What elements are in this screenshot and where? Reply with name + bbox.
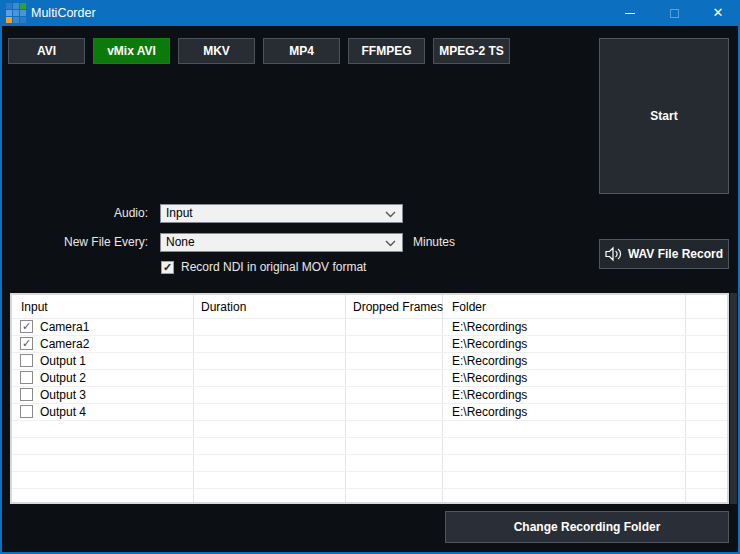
logo-square xyxy=(13,10,19,16)
row-input-name: Output 4 xyxy=(40,404,86,420)
recordings-table: Input Duration Dropped Frames Folder ✓Ca… xyxy=(10,293,729,504)
logo-square xyxy=(6,17,12,23)
minimize-button[interactable] xyxy=(608,0,652,26)
wav-file-record-button[interactable]: WAV File Record xyxy=(599,239,729,269)
row-checkbox[interactable] xyxy=(20,371,33,384)
logo-square xyxy=(13,3,19,9)
window-title: MultiCorder xyxy=(31,0,96,26)
table-row: ✓Camera2E:\Recordings xyxy=(12,336,727,353)
row-checkbox[interactable]: ✓ xyxy=(20,320,33,333)
table-row xyxy=(12,421,727,438)
table-row xyxy=(12,489,727,502)
chevron-down-icon xyxy=(385,211,396,218)
row-folder-path: E:\Recordings xyxy=(452,319,527,335)
logo-square xyxy=(20,17,26,23)
table-row: Output 4E:\Recordings xyxy=(12,404,727,421)
tab-mkv[interactable]: MKV xyxy=(178,38,255,64)
speaker-icon xyxy=(605,246,622,262)
tab-avi[interactable]: AVI xyxy=(8,38,85,64)
row-checkbox[interactable] xyxy=(20,354,33,367)
row-folder-path: E:\Recordings xyxy=(452,353,527,369)
wav-file-record-label: WAV File Record xyxy=(628,247,723,261)
multicorder-window: MultiCorder ✕ AVIvMix AVIMKVMP4FFMPEGMPE… xyxy=(0,0,740,554)
logo-square xyxy=(6,3,12,9)
column-header-folder: Folder xyxy=(452,295,486,319)
start-button[interactable]: Start xyxy=(599,38,729,194)
row-input-name: Output 2 xyxy=(40,370,86,386)
audio-select-value: Input xyxy=(166,206,193,220)
table-row: Output 1E:\Recordings xyxy=(12,353,727,370)
row-folder-path: E:\Recordings xyxy=(452,370,527,386)
logo-square xyxy=(13,17,19,23)
window-content: AVIvMix AVIMKVMP4FFMPEGMPEG-2 TS Start A… xyxy=(2,26,738,552)
minutes-label: Minutes xyxy=(413,233,455,252)
maximize-icon xyxy=(670,9,679,18)
column-header-duration: Duration xyxy=(201,295,246,319)
new-file-every-select[interactable]: None xyxy=(160,233,403,252)
table-row: ✓Camera1E:\Recordings xyxy=(12,319,727,336)
column-header-dropped-frames: Dropped Frames xyxy=(353,295,443,319)
row-checkbox[interactable]: ✓ xyxy=(20,337,33,350)
row-input-name: Output 3 xyxy=(40,387,86,403)
minimize-icon xyxy=(625,13,635,14)
chevron-down-icon xyxy=(385,240,396,247)
table-header: Input Duration Dropped Frames Folder xyxy=(12,295,727,319)
table-row: Output 2E:\Recordings xyxy=(12,370,727,387)
row-checkbox[interactable] xyxy=(20,405,33,418)
table-row xyxy=(12,455,727,472)
tab-ffmpeg[interactable]: FFMPEG xyxy=(348,38,425,64)
tab-mp4[interactable]: MP4 xyxy=(263,38,340,64)
new-file-every-label: New File Every: xyxy=(2,233,148,252)
ndi-mov-checkbox[interactable]: ✓ xyxy=(161,261,174,274)
table-scrollbar[interactable] xyxy=(730,293,737,504)
logo-square xyxy=(20,3,26,9)
table-row xyxy=(12,472,727,489)
tab-mpeg-2-ts[interactable]: MPEG-2 TS xyxy=(433,38,510,64)
audio-select[interactable]: Input xyxy=(160,204,403,223)
row-input-name: Output 1 xyxy=(40,353,86,369)
close-button[interactable]: ✕ xyxy=(696,0,740,26)
row-folder-path: E:\Recordings xyxy=(452,387,527,403)
audio-label: Audio: xyxy=(2,204,148,223)
row-folder-path: E:\Recordings xyxy=(452,336,527,352)
change-recording-folder-button[interactable]: Change Recording Folder xyxy=(445,511,729,543)
row-folder-path: E:\Recordings xyxy=(452,404,527,420)
tab-vmix-avi[interactable]: vMix AVI xyxy=(93,38,170,64)
maximize-button[interactable] xyxy=(652,0,696,26)
titlebar: MultiCorder ✕ xyxy=(0,0,740,26)
row-input-name: Camera1 xyxy=(40,319,89,335)
logo-square xyxy=(6,10,12,16)
logo-square xyxy=(20,10,26,16)
table-row xyxy=(12,438,727,455)
row-input-name: Camera2 xyxy=(40,336,89,352)
table-body: ✓Camera1E:\Recordings✓Camera2E:\Recordin… xyxy=(12,319,727,502)
vmix-logo-icon xyxy=(6,3,26,23)
close-icon: ✕ xyxy=(713,0,724,26)
column-header-input: Input xyxy=(21,295,48,319)
new-file-every-value: None xyxy=(166,235,195,249)
row-checkbox[interactable] xyxy=(20,388,33,401)
caption-buttons: ✕ xyxy=(608,0,740,26)
ndi-mov-checkbox-label: Record NDI in original MOV format xyxy=(181,259,366,275)
table-row: Output 3E:\Recordings xyxy=(12,387,727,404)
